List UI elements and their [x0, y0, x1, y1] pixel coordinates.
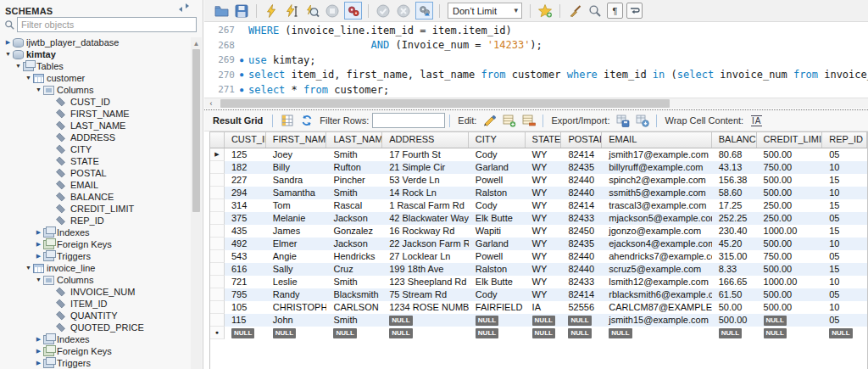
wrap-cell-content-icon[interactable]: IA: [748, 113, 765, 128]
grid-cell[interactable]: FAIRFIELD: [469, 301, 526, 314]
grid-cell[interactable]: 105: [225, 301, 266, 314]
grid-cell[interactable]: Blacksmith: [326, 288, 382, 301]
tree-item[interactable]: FIRST_NAME: [0, 108, 192, 120]
show-invisibles-icon[interactable]: ¶: [607, 3, 623, 19]
tree-collapsed-arrow-icon[interactable]: ▶: [3, 36, 13, 48]
grid-cell[interactable]: 500.00: [757, 263, 823, 276]
tree-item[interactable]: QUANTITY: [0, 310, 192, 321]
grid-cell[interactable]: 75 Stream Rd: [382, 288, 469, 301]
grid-cell[interactable]: ejackson4@example.com: [602, 238, 711, 250]
grid-cell[interactable]: Smith: [326, 276, 382, 288]
grid-column-header[interactable]: CREDIT_LIMIT: [757, 132, 823, 148]
grid-cell[interactable]: 500.00: [757, 238, 823, 250]
tree-item[interactable]: ▼invoice_line: [0, 262, 192, 274]
grid-cell[interactable]: 15: [822, 199, 867, 212]
grid-cell[interactable]: Sally: [266, 263, 327, 276]
grid-cell[interactable]: Rufton: [326, 161, 382, 174]
grid-cell[interactable]: Elmer: [266, 238, 327, 250]
open-script-icon[interactable]: [213, 3, 230, 20]
grid-cell[interactable]: WY: [526, 263, 562, 276]
grid-cell[interactable]: 1234 ROSE NUMBER: [382, 301, 469, 314]
grid-cell[interactable]: Angie: [266, 250, 327, 263]
grid-cell[interactable]: Randy: [266, 288, 327, 301]
grid-cell[interactable]: Ralston: [469, 263, 526, 276]
editor-line[interactable]: 270●select item_id, first_name, last_nam…: [204, 68, 868, 83]
insert-row-icon[interactable]: [501, 113, 517, 128]
toggle-autocommit-icon[interactable]: [415, 2, 433, 20]
grid-cell[interactable]: NULL: [561, 327, 602, 339]
grid-cell[interactable]: CARLSON: [326, 301, 382, 314]
grid-cell[interactable]: NULL: [602, 327, 711, 339]
limit-rows-dropdown[interactable]: Don’t Limit ▾: [448, 3, 522, 19]
grid-column-header[interactable]: LAST_NAME: [326, 132, 382, 148]
grid-cell[interactable]: NULL: [469, 314, 526, 327]
grid-cell[interactable]: 230.40: [712, 225, 757, 238]
grid-cell[interactable]: NULL: [757, 314, 823, 327]
delete-row-icon[interactable]: [520, 113, 537, 128]
grid-cell[interactable]: 166.65: [712, 276, 757, 288]
grid-cell[interactable]: 05: [822, 212, 867, 225]
grid-cell[interactable]: 16 Rockway Rd: [382, 225, 469, 238]
grid-cell[interactable]: 8.33: [712, 263, 757, 276]
commit-icon[interactable]: [375, 3, 392, 20]
grid-cell[interactable]: NULL: [561, 314, 602, 327]
grid-cell[interactable]: 43.13: [712, 161, 757, 174]
grid-cell[interactable]: WY: [526, 174, 562, 187]
tree-item[interactable]: POSTAL: [0, 167, 192, 179]
grid-cell[interactable]: Ralston: [469, 187, 526, 199]
tree-item[interactable]: ▶Triggers: [0, 357, 192, 369]
tree-item[interactable]: REP_ID: [0, 215, 192, 226]
filter-rows-input[interactable]: [372, 113, 445, 128]
tree-expanded-arrow-icon[interactable]: ▼: [14, 60, 23, 72]
tree-expanded-arrow-icon[interactable]: ▼: [34, 274, 43, 286]
tree-item[interactable]: ▼Columns: [0, 84, 192, 96]
refresh-icon[interactable]: [298, 113, 314, 128]
stop-query-icon[interactable]: [324, 3, 341, 20]
tree-collapsed-arrow-icon[interactable]: ▶: [34, 250, 43, 262]
grid-cell[interactable]: 500.00: [757, 288, 823, 301]
grid-cell[interactable]: Smith: [326, 314, 382, 327]
grid-cell[interactable]: 10: [822, 276, 867, 288]
import-icon[interactable]: [634, 113, 650, 128]
grid-cell[interactable]: James: [266, 225, 327, 238]
grid-cell[interactable]: Powell: [469, 174, 526, 187]
grid-cell[interactable]: NULL: [757, 327, 823, 339]
grid-cell[interactable]: 82435: [561, 161, 602, 174]
find-icon[interactable]: [587, 3, 604, 20]
tree-collapsed-arrow-icon[interactable]: ▶: [34, 345, 43, 357]
grid-cell[interactable]: WY: [526, 288, 562, 301]
grid-cell[interactable]: 227: [225, 174, 266, 187]
grid-cell[interactable]: 1000.00: [757, 225, 823, 238]
new-snippet-icon[interactable]: [537, 3, 554, 20]
grid-cell[interactable]: WY: [526, 148, 562, 161]
tree-expanded-arrow-icon[interactable]: ▼: [24, 72, 33, 84]
grid-cell[interactable]: WY: [526, 276, 562, 288]
grid-cell[interactable]: 82440: [561, 174, 602, 187]
grid-cell[interactable]: CARLCM87@EXAMPLE.COM: [602, 301, 711, 314]
export-icon[interactable]: [615, 113, 631, 128]
sql-code-editor[interactable]: 267WHERE (invoice_line.item_id = item.it…: [204, 23, 868, 98]
grid-cell[interactable]: 750.00: [757, 250, 823, 263]
scroll-up-icon[interactable]: ▲: [191, 39, 202, 48]
grid-cell[interactable]: 10: [822, 238, 867, 250]
grid-cell[interactable]: 82450: [561, 225, 602, 238]
tree-item[interactable]: ▼kimtay: [0, 48, 192, 60]
save-script-icon[interactable]: [233, 3, 250, 20]
tree-item[interactable]: QUOTED_PRICE: [0, 321, 192, 333]
grid-cell[interactable]: 500.00: [757, 301, 823, 314]
grid-cell[interactable]: 795: [225, 288, 266, 301]
grid-cell[interactable]: 05: [822, 288, 867, 301]
grid-cell[interactable]: Garland: [469, 161, 526, 174]
grid-cell[interactable]: Jackson: [326, 238, 382, 250]
grid-cell[interactable]: WY: [526, 225, 562, 238]
grid-cell[interactable]: 314: [225, 199, 266, 212]
grid-cell[interactable]: 721: [225, 276, 266, 288]
grid-cell[interactable]: 123 Sheepland Rd: [382, 276, 469, 288]
grid-cell[interactable]: NULL: [822, 327, 867, 339]
tree-item[interactable]: ▶Foreign Keys: [0, 238, 192, 250]
toggle-stop-on-error-icon[interactable]: [344, 2, 362, 20]
grid-cell[interactable]: 61.50: [712, 288, 757, 301]
grid-cell[interactable]: 15: [822, 174, 867, 187]
rollback-icon[interactable]: [395, 3, 412, 20]
tree-item[interactable]: ▶ijwtb_player_database: [0, 36, 192, 48]
